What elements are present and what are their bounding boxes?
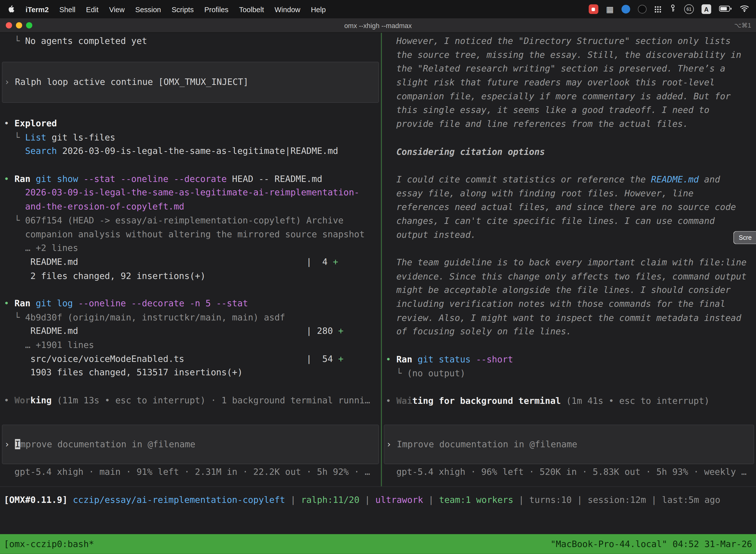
terminal-line xyxy=(0,283,381,297)
menu-item-scripts[interactable]: Scripts xyxy=(172,5,194,13)
window-title: omx --xhigh --madmax xyxy=(0,21,756,29)
agent-pane-left[interactable]: └ No agents completed yet › Ralph loop a… xyxy=(0,33,381,486)
terminal-line: • Ran git log --oneline --decorate -n 5 … xyxy=(0,296,381,311)
menu-item-toolbelt[interactable]: Toolbelt xyxy=(239,5,264,13)
terminal-line: src/voice/voiceModeEnabled.ts | 54 + xyxy=(0,352,381,366)
tmux-session-label: [omx-cczip0:bash* xyxy=(0,539,98,549)
model-status-left: gpt-5.4 xhigh · main · 91% left · 2.31M … xyxy=(0,465,381,479)
apple-menu-icon[interactable] xyxy=(8,5,15,13)
terminal-line: changes, I can't cite specific file line… xyxy=(382,214,756,228)
window-shortcut-badge: ⌥⌘1 xyxy=(734,21,751,29)
terminal-line: essay file, along with finding root file… xyxy=(382,186,756,200)
agent-transcript-left: • Explored └ List git ls-files Search 20… xyxy=(0,117,381,407)
terminal-line: Considering citation options xyxy=(382,145,756,159)
terminal-line: However, I noticed the "Directory Struct… xyxy=(382,34,756,48)
grid-menu-icon[interactable] xyxy=(654,5,662,13)
agent-pane-right[interactable]: However, I noticed the "Directory Struct… xyxy=(382,33,756,486)
wifi-icon[interactable] xyxy=(740,5,749,13)
terminal-line xyxy=(0,380,381,394)
terminal-line xyxy=(382,339,756,353)
ralph-inject-text: › Ralph loop active continue [OMX_TMUX_I… xyxy=(2,75,378,89)
prompt-input-right-text: › Improve documentation in @filename xyxy=(384,437,754,451)
battery-icon[interactable] xyxy=(719,5,732,13)
terminal-line: • Waiting for background terminal (1m 41… xyxy=(382,394,756,408)
terminal-line: the source tree, missing the essay. Stil… xyxy=(382,48,756,62)
tmux-host-clock: "MacBook-Pro-44.local" 04:52 31-Mar-26 xyxy=(547,539,756,549)
terminal-line: companion file, especially if more comme… xyxy=(382,90,756,104)
terminal-line: slight risk that future readers may over… xyxy=(382,76,756,90)
terminal-line: └ No agents completed yet xyxy=(0,34,381,48)
terminal-line xyxy=(382,131,756,145)
tiles-icon[interactable]: ▦ xyxy=(606,5,614,13)
ralph-inject-banner: › Ralph loop active continue [OMX_TMUX_I… xyxy=(2,62,379,103)
prompt-input-left-text: › Improve documentation in @filename xyxy=(2,437,378,451)
menu-item-profiles[interactable]: Profiles xyxy=(204,5,229,13)
terminal-line: 2026-03-09-is-legal-the-same-as-legitima… xyxy=(0,186,381,200)
tmux-status-bar: [omx-cczip0:bash* "MacBook-Pro-44.local"… xyxy=(0,534,756,554)
terminal-line: Search 2026-03-09-is-legal-the-same-as-l… xyxy=(0,145,381,158)
terminal-line: the "Related research writing" section i… xyxy=(382,62,756,76)
menu-bar: iTerm2 Shell Edit View Session Scripts P… xyxy=(0,0,756,18)
window-title-bar[interactable]: omx --xhigh --madmax ⌥⌘1 xyxy=(0,18,756,33)
terminal-line: evidence. Since this change only affects… xyxy=(382,270,756,283)
terminal-line: output instead. xyxy=(382,228,756,242)
terminal-window[interactable]: └ No agents completed yet › Ralph loop a… xyxy=(0,33,756,534)
gauge-61-icon[interactable]: 61 xyxy=(684,4,694,14)
screen: iTerm2 Shell Edit View Session Scripts P… xyxy=(0,0,756,554)
terminal-line: … +1901 lines xyxy=(0,338,381,352)
terminal-line: 2 files changed, 92 insertions(+) xyxy=(0,269,381,283)
key-icon[interactable] xyxy=(669,4,676,14)
terminal-line xyxy=(382,380,756,394)
blue-app-icon[interactable] xyxy=(622,5,630,13)
terminal-line: companion analysis without altering the … xyxy=(0,228,381,241)
agent-transcript-right: However, I noticed the "Directory Struct… xyxy=(382,34,756,408)
menu-item-session[interactable]: Session xyxy=(135,5,161,13)
terminal-line: I could cite commit statistics or refere… xyxy=(382,173,756,187)
desktop: iTerm2 Shell Edit View Session Scripts P… xyxy=(0,0,756,554)
terminal-line: references need actual files, and since … xyxy=(382,200,756,214)
menu-item-shell[interactable]: Shell xyxy=(59,5,75,13)
menu-item-view[interactable]: View xyxy=(109,5,125,13)
terminal-line: and-the-erosion-of-copyleft.md xyxy=(0,200,381,214)
menu-item-edit[interactable]: Edit xyxy=(86,5,99,13)
terminal-line: including verification notes with those … xyxy=(382,297,756,311)
terminal-line: └ 067f154 (HEAD -> essay/ai-reimplementa… xyxy=(0,214,381,228)
menu-bar-status-icons: ▦ 61 A xyxy=(588,4,756,14)
agent-notes: └ No agents completed yet xyxy=(0,34,381,48)
terminal-line: └ 4b9d30f (origin/main, instructkr/main,… xyxy=(0,311,381,324)
screen-recording-stop-icon[interactable] xyxy=(588,4,598,14)
terminal-line: README.md | 280 + xyxy=(0,324,381,338)
terminal-line xyxy=(382,159,756,173)
terminal-line: • Ran git status --short xyxy=(382,353,756,367)
terminal-line: • Explored xyxy=(0,117,381,130)
terminal-line xyxy=(382,242,756,256)
screen-indicator-pill[interactable]: Scre xyxy=(734,231,756,244)
omx-status-bar: [OMX#0.11.9] cczip/essay/ai-reimplementa… xyxy=(0,486,756,518)
terminal-line: The team guideline is to back every impo… xyxy=(382,256,756,270)
terminal-line: might be acceptable alongside the file l… xyxy=(382,283,756,297)
menu-bar-left: iTerm2 Shell Edit View Session Scripts P… xyxy=(0,5,326,13)
terminal-line: └ List git ls-files xyxy=(0,130,381,145)
omx-status-line: [OMX#0.11.9] cczip/essay/ai-reimplementa… xyxy=(0,493,756,507)
dark-app-icon[interactable] xyxy=(638,5,647,13)
menu-item-iterm2[interactable]: iTerm2 xyxy=(25,5,49,13)
input-source-icon[interactable]: A xyxy=(701,4,711,14)
terminal-line: └ (no output) xyxy=(382,366,756,380)
menu-item-window[interactable]: Window xyxy=(274,5,300,13)
prompt-input-right[interactable]: › Improve documentation in @filename xyxy=(384,425,754,464)
terminal-line: • Working (11m 13s • esc to interrupt) ·… xyxy=(0,394,381,407)
menu-item-help[interactable]: Help xyxy=(311,5,326,13)
terminal-line xyxy=(0,158,381,172)
terminal-line: of focusing solely on file lines. xyxy=(382,325,756,339)
prompt-input-left[interactable]: › Improve documentation in @filename xyxy=(2,425,379,464)
terminal-line: … +2 lines xyxy=(0,241,381,255)
terminal-line: • Ran git show --stat --oneline --decora… xyxy=(0,172,381,186)
terminal-line: provide file and line references from th… xyxy=(382,117,756,131)
terminal-line: README.md | 4 + xyxy=(0,255,381,269)
model-status-right: gpt-5.4 xhigh · 96% left · 520K in · 5.8… xyxy=(382,465,756,479)
terminal-line: 1903 files changed, 513517 insertions(+) xyxy=(0,366,381,380)
terminal-line: this single essay, it seems like a good … xyxy=(382,104,756,117)
terminal-line: review. Also, I might want to inspect th… xyxy=(382,311,756,325)
